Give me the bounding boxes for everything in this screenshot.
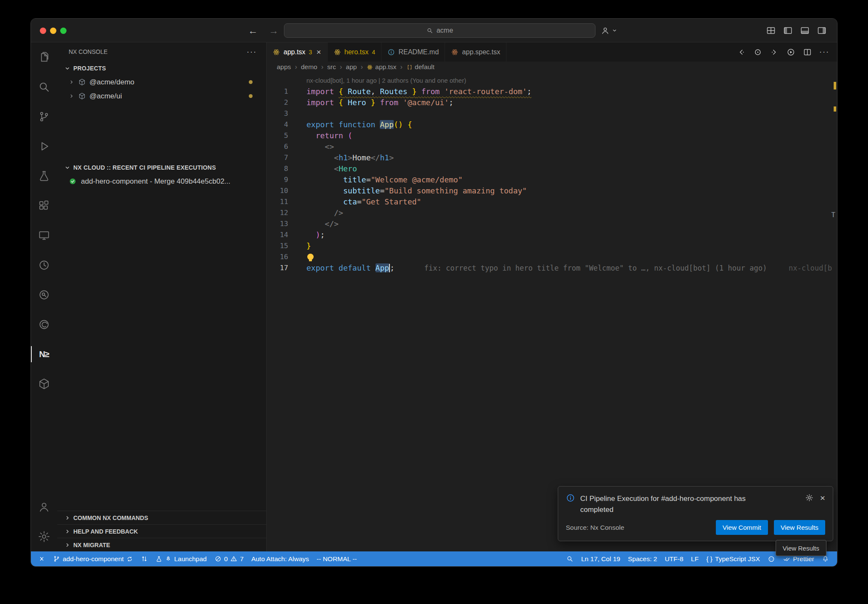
close-icon[interactable]: × — [316, 48, 321, 57]
code-editor[interactable]: nx-cloud[bot], 1 hour ago | 2 authors (Y… — [267, 73, 837, 551]
activity-nx-console[interactable]: N≥ — [31, 339, 57, 369]
section-help-and-feedback[interactable]: HELP AND FEEDBACK — [57, 524, 266, 538]
line-content[interactable]: export default App;fix: correct typo in … — [288, 263, 767, 274]
nx-cloud-section-header[interactable]: NX CLOUD :: RECENT CI PIPELINE EXECUTION… — [57, 160, 266, 174]
activity-extensions[interactable] — [31, 191, 57, 221]
code-line[interactable]: 16 — [267, 252, 837, 263]
forward-icon[interactable]: → — [269, 25, 278, 36]
section-nx-migrate[interactable]: NX MIGRATE — [57, 538, 266, 551]
activity-containers[interactable] — [31, 369, 57, 399]
indentation-item[interactable]: Spaces: 2 — [624, 551, 661, 566]
code-line[interactable]: 3 — [267, 108, 837, 119]
tab-app-spec-tsx[interactable]: app.spec.tsx — [445, 42, 506, 62]
gear-icon[interactable] — [805, 494, 813, 502]
line-content[interactable]: title="Welcome @acme/demo" — [288, 174, 462, 185]
branch-indicator[interactable]: add-hero-component — [49, 551, 137, 566]
code-line[interactable]: 1import { Route, Routes } from 'react-ro… — [267, 86, 837, 97]
code-line[interactable]: 9 title="Welcome @acme/demo" — [267, 174, 837, 185]
code-line[interactable]: 2import { Hero } from '@acme/ui'; — [267, 97, 837, 108]
more-actions-icon[interactable]: ··· — [247, 48, 257, 56]
activity-search-editor[interactable] — [31, 280, 57, 310]
toggle-primary-sidebar-icon[interactable] — [783, 25, 793, 36]
screencast-zoom-item[interactable] — [562, 551, 577, 566]
overview-ruler[interactable]: T — [833, 73, 837, 551]
code-line[interactable]: 8 <Hero — [267, 163, 837, 174]
activity-source-control[interactable] — [31, 102, 57, 131]
breadcrumb-item-symbol[interactable]: default — [406, 63, 435, 71]
project-item-acme-ui[interactable]: @acme/ui — [57, 89, 266, 103]
problems-indicator[interactable]: 0 7 — [211, 551, 248, 566]
lightbulb-icon[interactable] — [307, 254, 314, 260]
tab-app-tsx[interactable]: app.tsx 3 × — [267, 42, 328, 62]
tab-hero-tsx[interactable]: hero.tsx 4 — [328, 42, 382, 62]
activity-account[interactable] — [31, 492, 57, 522]
code-line[interactable]: 14 ); — [267, 229, 837, 240]
pipeline-execution-item[interactable]: add-hero-component - Merge 409b44e5cb02.… — [57, 174, 266, 188]
code-line[interactable]: 10 subtitle="Build something amazing tod… — [267, 185, 837, 196]
line-content[interactable]: <h1>Home</h1> — [288, 152, 394, 163]
line-content[interactable]: <> — [288, 141, 334, 152]
run-file-icon[interactable] — [786, 48, 796, 57]
breadcrumb-item-file[interactable]: app.tsx — [367, 63, 396, 71]
line-content[interactable]: return ( — [288, 130, 352, 141]
line-content[interactable]: export function App() { — [288, 119, 412, 130]
project-item-acme-demo[interactable]: @acme/demo — [57, 75, 266, 89]
activity-search[interactable] — [31, 72, 57, 102]
line-content[interactable]: import { Route, Routes } from 'react-rou… — [288, 86, 531, 97]
toggle-panel-icon[interactable] — [800, 25, 810, 36]
nav-forward-icon[interactable] — [770, 48, 779, 57]
activity-explorer[interactable] — [31, 42, 57, 72]
projects-section-header[interactable]: PROJECTS — [57, 61, 266, 75]
split-editor-icon[interactable] — [803, 48, 812, 57]
maximize-window-button[interactable] — [60, 28, 67, 34]
account-menu[interactable] — [601, 19, 617, 42]
activity-run-debug[interactable] — [31, 131, 57, 161]
toggle-secondary-sidebar-icon[interactable] — [817, 25, 827, 36]
close-icon[interactable]: × — [820, 493, 825, 502]
view-commit-button[interactable]: View Commit — [716, 520, 768, 535]
minimize-window-button[interactable] — [50, 28, 56, 34]
language-mode-item[interactable]: { } TypeScript JSX — [702, 551, 764, 566]
line-content[interactable]: } — [288, 240, 311, 252]
customize-layout-icon[interactable] — [766, 25, 776, 36]
code-line[interactable]: 6 <> — [267, 141, 837, 152]
activity-testing[interactable] — [31, 161, 57, 191]
activity-settings[interactable] — [31, 522, 57, 551]
code-line[interactable]: 4export function App() { — [267, 119, 837, 130]
vim-mode-item[interactable]: -- NORMAL -- — [313, 551, 361, 566]
nav-dot-icon[interactable] — [753, 48, 762, 57]
line-content[interactable]: import { Hero } from '@acme/ui'; — [288, 97, 453, 108]
nav-back-icon[interactable] — [737, 48, 746, 57]
more-actions-icon[interactable]: ··· — [819, 48, 829, 56]
back-icon[interactable]: ← — [248, 25, 258, 36]
breadcrumb-item[interactable]: app — [346, 63, 357, 71]
activity-edge-browser[interactable] — [31, 310, 57, 339]
code-line[interactable]: 17export default App;fix: correct typo i… — [267, 263, 837, 274]
section-common-nx-commands[interactable]: COMMON NX COMMANDS — [57, 511, 266, 524]
line-content[interactable] — [288, 108, 306, 119]
cursor-position-item[interactable]: Ln 17, Col 19 — [577, 551, 624, 566]
encoding-item[interactable]: UTF-8 — [661, 551, 687, 566]
line-content[interactable]: subtitle="Build something amazing today" — [288, 185, 527, 196]
code-line[interactable]: 5 return ( — [267, 130, 837, 141]
command-center-search[interactable]: acme — [284, 23, 595, 38]
eol-item[interactable]: LF — [687, 551, 702, 566]
line-content[interactable]: </> — [288, 218, 339, 229]
tab-readme-md[interactable]: README.md — [381, 42, 445, 62]
activity-remote-explorer[interactable] — [31, 221, 57, 250]
close-window-button[interactable] — [40, 28, 46, 34]
code-line[interactable]: 12 /> — [267, 207, 837, 218]
launchpad-item[interactable]: Launchpad — [152, 551, 211, 566]
breadcrumb-item[interactable]: apps — [277, 63, 291, 71]
remote-indicator[interactable] — [34, 551, 49, 566]
compare-changes[interactable] — [137, 551, 152, 566]
line-content[interactable]: ); — [288, 229, 325, 240]
code-line[interactable]: 11 cta="Get Started" — [267, 196, 837, 207]
activity-history[interactable] — [31, 250, 57, 280]
breadcrumb-item[interactable]: demo — [301, 63, 317, 71]
view-results-button[interactable]: View Results — [774, 520, 825, 535]
code-line[interactable]: 7 <h1>Home</h1> — [267, 152, 837, 163]
breadcrumb-item[interactable]: src — [327, 63, 336, 71]
line-content[interactable]: cta="Get Started" — [288, 196, 421, 207]
code-line[interactable]: 15} — [267, 240, 837, 252]
